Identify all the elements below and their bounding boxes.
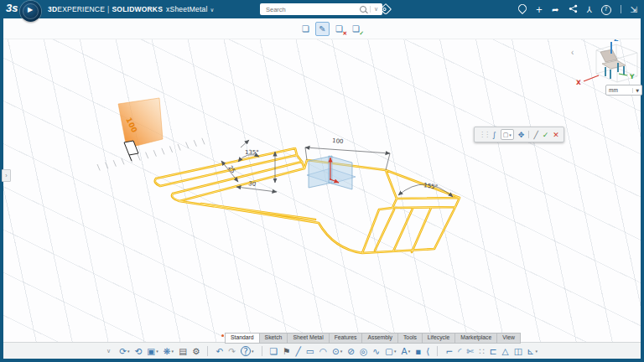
left-panel-expander[interactable]: ›	[2, 169, 11, 182]
viewport-grid[interactable]	[3, 39, 641, 359]
measure-line-icon[interactable]: ╱	[533, 131, 538, 139]
tab-assembly[interactable]: Assembly	[361, 333, 397, 344]
sync-icon[interactable]: ⟳▾	[119, 344, 129, 358]
plane-icon[interactable]: ❏	[299, 22, 313, 36]
tab-tools[interactable]: Tools	[397, 333, 422, 344]
play-media-icon-glyph: ⅄	[587, 5, 592, 14]
compass-icon[interactable]: ▶	[20, 1, 41, 22]
resize-icon[interactable]: ⇲	[631, 5, 637, 14]
undo-icon[interactable]: ↶	[216, 344, 223, 358]
style-dropdown[interactable]: ▢▾	[501, 129, 514, 140]
dropdown-caret-icon[interactable]: ▾	[535, 349, 538, 354]
window-frame-bottom	[0, 359, 644, 362]
new-sketch-icon[interactable]: ❏	[270, 344, 278, 358]
convert-entities-icon[interactable]: ◫	[514, 344, 522, 358]
play-media-icon[interactable]: ⅄	[587, 5, 592, 14]
exit-sketch-accept-icon-badge: ✓	[360, 30, 364, 37]
tab-strip-marker	[221, 334, 224, 337]
tab-view[interactable]: View	[496, 333, 521, 344]
sketch-select-icon[interactable]: ✎	[315, 22, 330, 36]
circle-tool-icon[interactable]: ⊙▾	[332, 344, 342, 358]
flange-tool-icon[interactable]: ∫	[492, 131, 496, 139]
floating-toolbar-icons: ∫▢▾✥╱✓✕	[492, 129, 559, 140]
project-curve-icon[interactable]: ⊾▾	[527, 344, 538, 358]
pattern-tool-icon[interactable]: ∷	[479, 344, 485, 358]
dropdown-caret-icon[interactable]: ▾	[156, 349, 158, 354]
slot-tool-icon[interactable]: ▢▾	[385, 344, 396, 358]
exit-sketch-accept-icon[interactable]: ❏✓	[349, 22, 363, 36]
search-icon[interactable]	[360, 6, 366, 13]
rectangle-tool-icon-glyph: ▭	[306, 347, 314, 356]
tab-standard[interactable]: Standard	[225, 333, 259, 344]
ellipse-tool-icon[interactable]: ⊘	[347, 344, 355, 358]
three-point-arc-icon[interactable]: ⟨	[426, 344, 429, 358]
share-nodes-icon[interactable]	[569, 4, 578, 15]
dropdown-caret-icon[interactable]: ▾	[252, 349, 254, 354]
dropdown-caret-icon[interactable]: ▾	[340, 349, 343, 354]
line-tool-icon[interactable]: ╱	[295, 344, 300, 358]
share-icon-glyph: ➦	[552, 5, 558, 14]
trim-tool-icon-glyph: ✄	[466, 347, 474, 356]
tab-lifecycle[interactable]: Lifecycle	[422, 333, 454, 344]
app-caret-icon[interactable]: ∨	[210, 7, 215, 13]
toolbar-grip[interactable]: ⋮⋮	[479, 131, 489, 138]
arc-tool-icon[interactable]: ◠	[319, 344, 327, 358]
text-tool-icon-glyph: A	[401, 347, 407, 356]
rectangle-tool-icon[interactable]: ▭	[306, 344, 314, 358]
app-name[interactable]: xSheetMetal	[166, 5, 207, 13]
toolbar-collapse-chevron[interactable]: ∨	[106, 348, 111, 354]
separator	[207, 346, 208, 356]
search-input[interactable]	[264, 5, 356, 14]
perimeter-circle-icon[interactable]: ◎	[360, 344, 367, 358]
tab-sketch[interactable]: Sketch	[259, 333, 288, 344]
mirror-tool-icon[interactable]: △	[502, 344, 509, 358]
corner-tool-icon[interactable]: ⌐	[445, 344, 453, 358]
spline-tool-icon-glyph: ∿	[372, 347, 380, 356]
smart-dimension-icon[interactable]: ⚑	[283, 344, 290, 358]
units-caret-icon[interactable]: ▼	[632, 88, 639, 93]
cancel-icon[interactable]: ✕	[553, 131, 559, 139]
dropdown-caret-icon[interactable]: ▾	[408, 349, 411, 354]
settings-gear-icon[interactable]: ⚙	[192, 344, 200, 358]
print-icon[interactable]: ▤	[179, 344, 187, 358]
tab-marketplace[interactable]: Marketplace	[454, 333, 496, 344]
dropdown-caret-icon[interactable]: ▾	[127, 349, 130, 354]
save-icon[interactable]: ▣▾	[147, 344, 158, 358]
move-icon[interactable]: ✥	[518, 131, 525, 139]
dropdown-caret-icon[interactable]: ▾	[172, 349, 174, 354]
mirror-tool-icon-glyph: △	[502, 347, 509, 356]
units-dropdown[interactable]: mm ▼	[605, 85, 642, 96]
exit-sketch-discard-icon-badge: ✕	[343, 30, 347, 37]
spline-tool-icon[interactable]: ∿	[372, 344, 380, 358]
help-icon[interactable]: ?	[601, 3, 611, 15]
product-name: SOLIDWORKS	[112, 5, 164, 13]
search-box[interactable]: ∨	[260, 3, 382, 15]
tab-features[interactable]: Features	[329, 333, 362, 344]
offset-tool-icon-glyph: ⊏	[490, 347, 497, 356]
help-icon-glyph: ?	[601, 5, 611, 15]
revise-icon[interactable]: ⟲	[135, 344, 143, 358]
new-sketch-icon-glyph: ❏	[270, 347, 278, 356]
convert-entities-icon-glyph: ◫	[514, 347, 522, 356]
redo-icon[interactable]: ↷	[228, 344, 236, 358]
fillet-tool-icon[interactable]: ◜	[458, 344, 461, 358]
separator	[437, 346, 438, 356]
tab-sheet-metal[interactable]: Sheet Metal	[287, 333, 328, 344]
offset-tool-icon[interactable]: ⊏	[490, 344, 497, 358]
update-icon[interactable]: ❋▾	[164, 344, 174, 358]
brand-experience: EXPERIENCE	[57, 5, 105, 13]
text-tool-icon[interactable]: A▾	[401, 344, 410, 358]
add-icon[interactable]: +	[536, 5, 543, 14]
pin-icon[interactable]	[518, 4, 527, 14]
dropdown-caret-icon[interactable]: ▾	[394, 349, 397, 354]
right-panel-collapse[interactable]: ‹	[571, 49, 574, 57]
search-caret-icon[interactable]: ∨	[370, 6, 378, 13]
app-title: 3DEXPERIENCE|SOLIDWORKSxSheetMetal∨	[48, 0, 214, 19]
accept-icon[interactable]: ✓	[543, 131, 549, 139]
help-circle-icon[interactable]: ?▾	[241, 344, 254, 358]
share-icon[interactable]: ➦	[552, 5, 558, 14]
dropdown-caret-icon[interactable]: ▾	[509, 132, 512, 137]
exit-sketch-discard-icon[interactable]: ❏✕	[332, 22, 346, 36]
point-tool-icon[interactable]: ▪	[415, 344, 421, 358]
trim-tool-icon[interactable]: ✄	[466, 344, 474, 358]
